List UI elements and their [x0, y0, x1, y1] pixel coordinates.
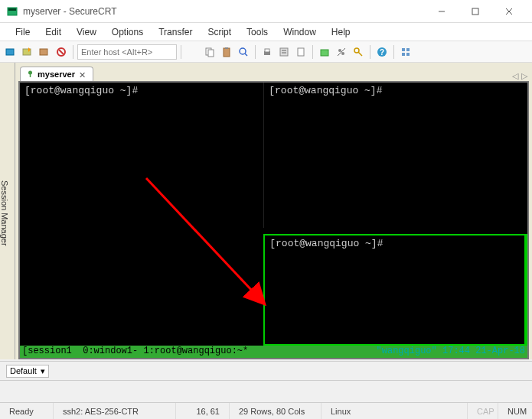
status-line-right: "wangqiguo" 17:44 21-Apr-18	[377, 346, 525, 358]
status-os: Linux	[321, 403, 468, 419]
settings-icon[interactable]	[334, 44, 349, 60]
dropdown-icon: ▾	[41, 366, 45, 376]
menu-transfer[interactable]: Transfer	[152, 25, 198, 39]
tab-nav: ◁ ▷	[512, 71, 527, 81]
svg-rect-34	[406, 53, 410, 56]
svg-rect-18	[265, 49, 269, 52]
paste-icon[interactable]	[219, 44, 234, 60]
pane-left[interactable]: [root@wangqiguo ~]#	[20, 83, 263, 346]
default-combo[interactable]: Default ▾	[6, 365, 49, 378]
tab-next-icon[interactable]: ▷	[521, 71, 527, 81]
prompt-top-right: [root@wangqiguo ~]#	[269, 85, 382, 96]
svg-rect-1	[8, 8, 16, 11]
menu-tools[interactable]: Tools	[240, 25, 274, 39]
svg-rect-12	[208, 50, 214, 57]
minimize-button[interactable]	[425, 1, 459, 22]
default-bar: Default ▾	[0, 361, 532, 381]
host-input[interactable]	[77, 44, 177, 60]
tmux-status-line: [session1 0:window1- 1:root@wangqiguo:~*…	[20, 346, 527, 358]
svg-rect-8	[40, 49, 47, 55]
disconnect-icon[interactable]	[54, 44, 69, 60]
properties-icon[interactable]	[276, 44, 292, 60]
connect-bar-icon[interactable]	[37, 44, 52, 60]
svg-point-24	[338, 49, 341, 52]
svg-rect-14	[225, 47, 228, 49]
prompt-left: [root@wangqiguo ~]#	[24, 85, 138, 96]
menu-help[interactable]: Help	[325, 25, 357, 39]
status-dims: 29 Rows, 80 Cols	[230, 403, 321, 419]
svg-text:?: ?	[380, 48, 384, 57]
main-panel: myserver ✕ ◁ ▷ [root@wangqiguo ~]# [root…	[15, 63, 532, 359]
newtab-icon[interactable]	[317, 44, 332, 60]
svg-rect-33	[402, 53, 405, 56]
find-icon[interactable]	[236, 44, 251, 60]
content-area: Session Manager myserver ✕ ◁ ▷ [root@wan…	[0, 63, 532, 359]
svg-line-10	[59, 50, 64, 54]
tile-icon[interactable]	[398, 44, 413, 60]
menu-view[interactable]: View	[70, 25, 103, 39]
status-cipher: ssh2: AES-256-CTR	[54, 403, 176, 419]
tab-prev-icon[interactable]: ◁	[512, 71, 518, 81]
svg-rect-32	[406, 48, 410, 51]
menu-bar: File Edit View Options Transfer Script T…	[0, 23, 532, 41]
status-num: NUM	[498, 403, 532, 419]
svg-line-16	[245, 54, 247, 56]
menu-script[interactable]: Script	[201, 25, 237, 39]
menu-file[interactable]: File	[9, 25, 36, 39]
status-cursor: 16, 61	[176, 403, 230, 419]
maximize-button[interactable]	[459, 1, 492, 22]
window-controls	[425, 1, 526, 22]
key-icon[interactable]	[351, 44, 366, 60]
svg-rect-22	[298, 48, 304, 56]
menu-edit[interactable]: Edit	[39, 25, 67, 39]
svg-rect-6	[6, 49, 14, 55]
help-icon[interactable]: ?	[374, 44, 390, 60]
svg-rect-31	[402, 48, 405, 51]
log-icon[interactable]	[293, 44, 308, 60]
toolbar: ?	[0, 41, 532, 63]
window-title: myserver - SecureCRT	[23, 6, 425, 17]
copy-icon[interactable]	[202, 44, 217, 60]
app-icon	[6, 5, 18, 18]
svg-point-15	[240, 48, 246, 54]
menu-window[interactable]: Window	[277, 25, 322, 39]
default-combo-label: Default	[10, 366, 37, 375]
connect-icon[interactable]	[3, 44, 18, 60]
svg-rect-13	[224, 48, 230, 57]
svg-rect-23	[321, 50, 328, 56]
pane-bottom-right[interactable]: [root@wangqiguo ~]#	[263, 234, 527, 346]
tab-close-icon[interactable]: ✕	[79, 70, 86, 78]
svg-line-28	[358, 52, 362, 56]
terminal-container: [root@wangqiguo ~]# [root@wangqiguo ~]# …	[18, 81, 529, 359]
title-bar: myserver - SecureCRT	[0, 0, 532, 23]
svg-point-25	[341, 52, 344, 55]
menu-options[interactable]: Options	[106, 25, 149, 39]
status-cap: CAP	[468, 403, 498, 419]
status-line-left: [session1 0:window1- 1:root@wangqiguo:~*	[22, 346, 377, 358]
status-bar: Ready ssh2: AES-256-CTR 16, 61 29 Rows, …	[0, 402, 532, 419]
svg-rect-19	[280, 48, 288, 56]
tab-strip: myserver ✕ ◁ ▷	[15, 63, 532, 81]
tab-label: myserver	[38, 70, 75, 79]
quick-connect-icon[interactable]	[20, 44, 35, 60]
status-ready: Ready	[0, 403, 54, 419]
tab-myserver[interactable]: myserver ✕	[20, 67, 93, 81]
prompt-bottom-right: [root@wangqiguo ~]#	[269, 238, 383, 249]
session-manager-tab[interactable]: Session Manager	[0, 63, 15, 359]
pane-top-right[interactable]: [root@wangqiguo ~]#	[263, 83, 527, 228]
pin-icon	[27, 70, 34, 79]
svg-rect-3	[472, 8, 478, 15]
close-button[interactable]	[492, 1, 526, 22]
print-icon[interactable]	[259, 44, 275, 60]
svg-point-35	[28, 71, 32, 75]
svg-line-26	[338, 48, 345, 56]
